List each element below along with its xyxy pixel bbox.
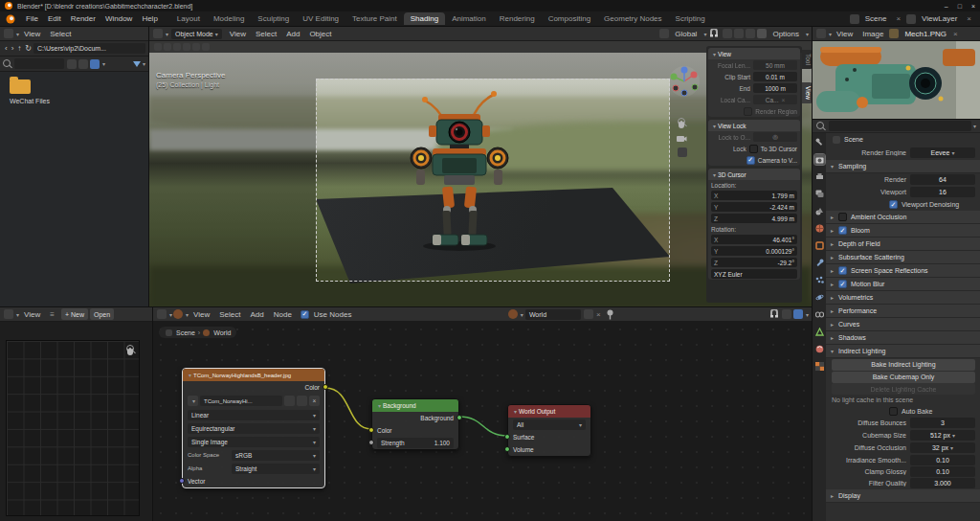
perspective-toggle-icon[interactable] xyxy=(678,147,687,157)
shader-type-world-icon[interactable] xyxy=(173,309,183,319)
filter-quality-slider[interactable]: 3.000 xyxy=(910,478,975,488)
ie-menu-view[interactable]: View xyxy=(832,30,858,38)
workspace-tab-scripting[interactable]: Scripting xyxy=(669,12,712,25)
fb-menu-select[interactable]: Select xyxy=(45,30,76,38)
cursor-rz-field[interactable]: Z-29.2° xyxy=(711,258,797,267)
pan-hand-icon[interactable] xyxy=(124,346,136,357)
vp-menu-view[interactable]: View xyxy=(225,30,251,38)
pan-hand-icon[interactable] xyxy=(676,119,687,130)
sh-menu-node[interactable]: Node xyxy=(269,310,297,319)
tab-object[interactable] xyxy=(814,240,825,251)
node-canvas[interactable]: Scene › World ▾ TCom_NorwayHighlandsB_he… xyxy=(153,322,812,521)
section-subsurface-scattering[interactable]: ▸Subsurface Scattering xyxy=(826,251,980,264)
texture-preview[interactable] xyxy=(813,41,980,119)
menu-file[interactable]: File xyxy=(21,14,43,23)
blender-menu-icon[interactable] xyxy=(5,14,16,24)
fb-search-input[interactable] xyxy=(14,58,64,69)
section-volumetrics[interactable]: ▸Volumetrics xyxy=(826,291,980,305)
view-lock-header[interactable]: ▾View Lock xyxy=(708,120,800,131)
world-datablock-field[interactable]: World xyxy=(525,309,581,320)
image-canvas-grid[interactable] xyxy=(6,340,140,516)
render-engine-dropdown[interactable]: Eevee▾ xyxy=(910,147,975,158)
sampling-render-field[interactable]: 64 xyxy=(910,174,975,185)
node-background[interactable]: ▾ Background Background Color Strength1.… xyxy=(371,398,459,450)
tab-view-layer[interactable] xyxy=(814,189,825,199)
colorspace-dropdown[interactable]: sRGB▾ xyxy=(232,450,320,461)
section-screen-space-reflections[interactable]: ▸✓Screen Space Reflections xyxy=(826,264,980,278)
volume-input-socket[interactable] xyxy=(504,446,510,452)
cursor-rx-field[interactable]: X46.401° xyxy=(711,235,797,244)
background-color-input-socket[interactable] xyxy=(368,427,374,433)
workspace-tab-geometrynodes[interactable]: Geometry Nodes xyxy=(597,12,668,25)
world-datablock-icon[interactable] xyxy=(508,309,518,319)
orientation-dropdown[interactable]: Global xyxy=(670,30,702,38)
breadcrumb-world[interactable]: World xyxy=(213,329,231,336)
render-region-checkbox[interactable] xyxy=(744,107,752,116)
cursor-y-field[interactable]: Y-2.424 m xyxy=(711,202,797,212)
snap-magnet-icon[interactable] xyxy=(709,29,719,38)
viewlayer-unlink-icon[interactable]: × xyxy=(962,14,976,23)
filter-icon[interactable] xyxy=(133,61,141,67)
node-environment-texture[interactable]: ▾ TCom_NorwayHighlandsB_header.jpg Color… xyxy=(182,368,325,488)
source-dropdown[interactable]: Single Image▾ xyxy=(188,437,320,447)
env-vector-input-socket[interactable] xyxy=(179,478,185,484)
vp-menu-object[interactable]: Object xyxy=(304,30,336,38)
scene-selector[interactable]: Scene xyxy=(860,14,892,23)
overlays-toggle-icon[interactable] xyxy=(782,309,791,319)
lock-to-object-field[interactable]: ◎ xyxy=(753,132,797,142)
cubemap-size-dropdown[interactable]: 512 px▾ xyxy=(910,430,975,441)
node-world-output[interactable]: ▾ World Output All▾ Surface Volume xyxy=(507,404,591,457)
workspace-tab-texturepaint[interactable]: Texture Paint xyxy=(345,12,404,25)
fb-path-field[interactable]: C:\Users\vip2\Docum... xyxy=(33,43,145,54)
env-color-output-socket[interactable] xyxy=(323,384,328,390)
fake-user-icon[interactable] xyxy=(284,396,295,406)
fb-menu-view[interactable]: View xyxy=(19,30,45,38)
menu-help[interactable]: Help xyxy=(137,14,162,23)
tab-texture[interactable] xyxy=(814,361,825,372)
npanel-tab-tool[interactable]: Tool xyxy=(802,50,812,69)
tab-scene[interactable] xyxy=(814,206,825,216)
surface-input-socket[interactable] xyxy=(504,434,510,440)
scale-tool-icon[interactable] xyxy=(192,43,200,51)
pin-icon[interactable] xyxy=(606,309,614,320)
fb-display-vertical-icon[interactable] xyxy=(67,59,77,69)
irradiance-smoothing-slider[interactable]: 0.10 xyxy=(910,455,975,465)
image-new-button[interactable]: +New xyxy=(61,308,88,320)
lock-3d-cursor-checkbox[interactable] xyxy=(749,145,758,153)
alpha-dropdown[interactable]: Straight▾ xyxy=(232,464,320,474)
snap-magnet-icon[interactable] xyxy=(769,309,779,319)
section-ambient-occlusion[interactable]: ▸Ambient Occlusion xyxy=(826,211,980,224)
section-performance[interactable]: ▸Performance xyxy=(826,305,980,318)
editor-type-icon[interactable] xyxy=(4,309,13,319)
maximize-button[interactable]: □ xyxy=(953,3,967,10)
background-strength-input-socket[interactable] xyxy=(368,440,374,445)
fb-display-thumbnail-icon[interactable] xyxy=(78,59,88,69)
menu-edit[interactable]: Edit xyxy=(43,14,66,23)
workspace-tab-shading[interactable]: Shading xyxy=(404,12,445,25)
tab-render[interactable] xyxy=(814,154,825,165)
editor-type-icon[interactable] xyxy=(157,309,167,319)
minimize-button[interactable]: – xyxy=(940,3,953,10)
sh-menu-select[interactable]: Select xyxy=(214,310,245,319)
breadcrumb-scene[interactable]: Scene xyxy=(844,136,863,143)
overlays-toggle-icon[interactable] xyxy=(746,29,755,38)
select-box-tool-icon[interactable] xyxy=(154,43,162,51)
delete-lighting-cache-button[interactable]: Delete Lighting Cache xyxy=(832,383,975,395)
vp-menu-select[interactable]: Select xyxy=(251,30,281,38)
scene-unlink-icon[interactable]: × xyxy=(891,14,905,23)
gizmo-toggle-icon[interactable] xyxy=(734,29,744,38)
fake-user-icon[interactable] xyxy=(584,309,593,319)
auto-bake-checkbox[interactable] xyxy=(889,407,898,416)
sampling-section-header[interactable]: ▾Sampling xyxy=(826,160,980,173)
section-display[interactable]: ▸Display xyxy=(826,489,980,503)
proportional-edit-icon[interactable] xyxy=(723,29,732,38)
image-browse-icon[interactable]: ▾ xyxy=(188,396,198,406)
cursor-3d-header[interactable]: ▾3D Cursor xyxy=(708,169,800,180)
tab-particles[interactable] xyxy=(814,275,825,285)
editor-type-icon[interactable] xyxy=(153,29,163,38)
world-output-node-header[interactable]: ▾ World Output xyxy=(508,405,590,418)
section-bloom[interactable]: ▸✓Bloom xyxy=(826,224,980,238)
workspace-tab-uvediting[interactable]: UV Editing xyxy=(296,12,345,25)
clamp-glossy-slider[interactable]: 0.10 xyxy=(910,466,975,477)
tab-world[interactable] xyxy=(814,223,825,234)
